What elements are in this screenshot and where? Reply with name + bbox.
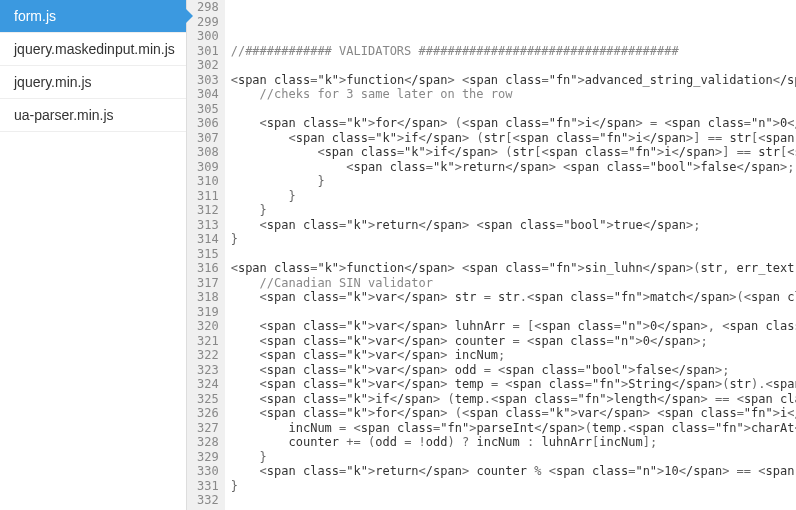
code-line[interactable]: } bbox=[231, 232, 796, 247]
code-line[interactable]: <span class="k">var</span> str = str.<sp… bbox=[231, 290, 796, 305]
file-sidebar: form.js jquery.maskedinput.min.js jquery… bbox=[0, 0, 187, 510]
code-line[interactable]: <span class="k">var</span> odd = <span c… bbox=[231, 363, 796, 378]
code-line[interactable]: <span class="k">for</span> (<span class=… bbox=[231, 116, 796, 131]
code-line[interactable] bbox=[231, 58, 796, 73]
code-line[interactable] bbox=[231, 305, 796, 320]
sidebar-item-label: ua-parser.min.js bbox=[14, 107, 114, 123]
code-line[interactable] bbox=[231, 102, 796, 117]
line-number: 312 bbox=[197, 203, 219, 218]
line-number: 314 bbox=[197, 232, 219, 247]
code-line[interactable]: <span class="k">var</span> incNum; bbox=[231, 348, 796, 363]
sidebar-item-maskedinput[interactable]: jquery.maskedinput.min.js bbox=[0, 33, 186, 66]
code-line[interactable]: <span class="k">return</span> <span clas… bbox=[231, 160, 796, 175]
line-number: 305 bbox=[197, 102, 219, 117]
sidebar-item-label: jquery.maskedinput.min.js bbox=[14, 41, 175, 57]
code-line[interactable]: } bbox=[231, 479, 796, 494]
code-line[interactable]: incNum = <span class="fn">parseInt</span… bbox=[231, 421, 796, 436]
line-number: 303 bbox=[197, 73, 219, 88]
line-number: 330 bbox=[197, 464, 219, 479]
code-line[interactable] bbox=[231, 0, 796, 15]
code-line[interactable]: <span class="k">function</span> <span cl… bbox=[231, 261, 796, 276]
line-number: 300 bbox=[197, 29, 219, 44]
line-number: 319 bbox=[197, 305, 219, 320]
code-line[interactable]: //############ VALIDATORS ##############… bbox=[231, 44, 796, 59]
line-number: 325 bbox=[197, 392, 219, 407]
line-number: 307 bbox=[197, 131, 219, 146]
sidebar-item-jquery[interactable]: jquery.min.js bbox=[0, 66, 186, 99]
code-editor[interactable]: 2982993003013023033043053063073083093103… bbox=[187, 0, 796, 510]
code-line[interactable]: <span class="k">var</span> luhnArr = [<s… bbox=[231, 319, 796, 334]
line-number: 324 bbox=[197, 377, 219, 392]
line-number: 313 bbox=[197, 218, 219, 233]
line-number: 318 bbox=[197, 290, 219, 305]
line-number: 321 bbox=[197, 334, 219, 349]
code-line[interactable]: } bbox=[231, 450, 796, 465]
line-number: 322 bbox=[197, 348, 219, 363]
code-line[interactable]: //Canadian SIN validator bbox=[231, 276, 796, 291]
code-line[interactable]: <span class="k">if</span> (str[<span cla… bbox=[231, 131, 796, 146]
code-line[interactable] bbox=[231, 29, 796, 44]
line-number: 326 bbox=[197, 406, 219, 421]
code-line[interactable]: <span class="k">var</span> temp = <span … bbox=[231, 377, 796, 392]
code-line[interactable]: } bbox=[231, 174, 796, 189]
line-gutter: 2982993003013023033043053063073083093103… bbox=[187, 0, 225, 510]
line-number: 317 bbox=[197, 276, 219, 291]
line-number: 320 bbox=[197, 319, 219, 334]
line-number: 315 bbox=[197, 247, 219, 262]
line-number: 311 bbox=[197, 189, 219, 204]
line-number: 323 bbox=[197, 363, 219, 378]
line-number: 309 bbox=[197, 160, 219, 175]
code-line[interactable]: <span class="k">if</span> (str[<span cla… bbox=[231, 145, 796, 160]
line-number: 328 bbox=[197, 435, 219, 450]
line-number: 301 bbox=[197, 44, 219, 59]
code-line[interactable]: <span class="k">for</span> (<span class=… bbox=[231, 406, 796, 421]
line-number: 308 bbox=[197, 145, 219, 160]
code-line[interactable]: <span class="k">function</span> <span cl… bbox=[231, 73, 796, 88]
code-line[interactable]: counter += (odd = !odd) ? incNum : luhnA… bbox=[231, 435, 796, 450]
code-line[interactable] bbox=[231, 493, 796, 508]
sidebar-item-uaparser[interactable]: ua-parser.min.js bbox=[0, 99, 186, 132]
line-number: 329 bbox=[197, 450, 219, 465]
code-content[interactable]: //############ VALIDATORS ##############… bbox=[225, 0, 796, 510]
line-number: 332 bbox=[197, 493, 219, 508]
line-number: 331 bbox=[197, 479, 219, 494]
line-number: 304 bbox=[197, 87, 219, 102]
code-line[interactable] bbox=[231, 247, 796, 262]
sidebar-item-label: form.js bbox=[14, 8, 56, 24]
code-line[interactable] bbox=[231, 15, 796, 30]
code-line[interactable]: <span class="k">return</span> counter % … bbox=[231, 464, 796, 479]
code-line[interactable]: //cheks for 3 same later on the row bbox=[231, 87, 796, 102]
line-number: 327 bbox=[197, 421, 219, 436]
line-number: 310 bbox=[197, 174, 219, 189]
line-number: 298 bbox=[197, 0, 219, 15]
code-line[interactable]: <span class="k">if</span> (temp.<span cl… bbox=[231, 392, 796, 407]
line-number: 316 bbox=[197, 261, 219, 276]
code-line[interactable]: } bbox=[231, 203, 796, 218]
line-number: 306 bbox=[197, 116, 219, 131]
code-line[interactable]: } bbox=[231, 189, 796, 204]
line-number: 299 bbox=[197, 15, 219, 30]
code-line[interactable]: <span class="k">var</span> counter = <sp… bbox=[231, 334, 796, 349]
sidebar-item-form[interactable]: form.js bbox=[0, 0, 186, 33]
line-number: 302 bbox=[197, 58, 219, 73]
code-line[interactable]: <span class="k">return</span> <span clas… bbox=[231, 218, 796, 233]
sidebar-item-label: jquery.min.js bbox=[14, 74, 92, 90]
